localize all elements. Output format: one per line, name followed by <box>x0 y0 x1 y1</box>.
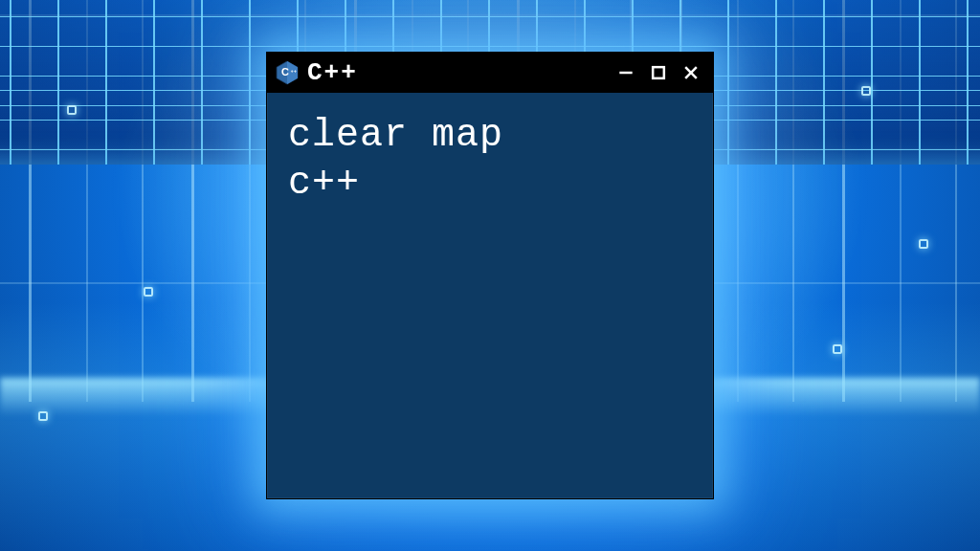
window-title: C++ <box>307 58 358 87</box>
terminal-window-wrap: C + + C++ clear map c++ <box>266 52 714 499</box>
circuit-node <box>67 105 77 115</box>
circuit-node <box>144 287 153 297</box>
circuit-node <box>861 86 871 96</box>
maximize-button[interactable] <box>646 60 671 85</box>
circuit-node <box>919 239 928 249</box>
svg-text:+: + <box>291 69 294 74</box>
circuit-node <box>38 411 48 421</box>
terminal-line-1: clear map <box>288 114 503 157</box>
terminal-window: C + + C++ clear map c++ <box>266 52 714 499</box>
terminal-line-2: c++ <box>288 162 360 205</box>
cpp-logo-icon: C + + <box>275 60 300 85</box>
minimize-button[interactable] <box>613 60 638 85</box>
circuit-node <box>833 344 842 354</box>
close-button[interactable] <box>679 60 703 85</box>
svg-rect-6 <box>653 67 664 78</box>
svg-text:C: C <box>281 66 289 77</box>
svg-text:+: + <box>294 69 297 74</box>
terminal-body[interactable]: clear map c++ <box>267 93 713 498</box>
titlebar[interactable]: C + + C++ <box>267 53 713 93</box>
